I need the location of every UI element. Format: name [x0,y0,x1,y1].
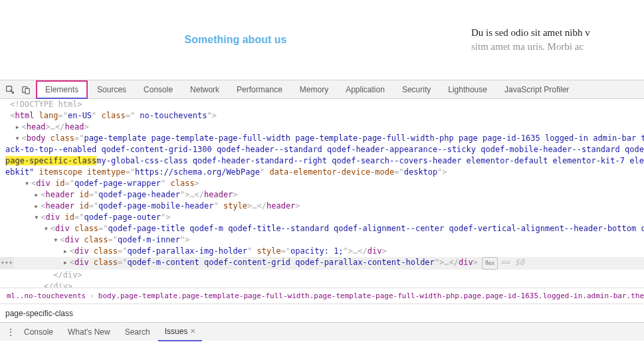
drawer-tab-whatsnew[interactable]: What's New [61,323,117,341]
header1-tag[interactable]: header [46,190,74,199]
itemtype-val: https://schema.org/WebPage [135,167,260,177]
header1-id: qodef-page-header [98,190,180,199]
collapse-arrow-icon[interactable]: ▾ [44,223,51,234]
outer-tag[interactable]: div [46,213,60,222]
search-input[interactable] [5,309,639,318]
itemtype-attr: itemtype [87,167,126,177]
close-div: </div> [53,270,82,280]
tab-sources[interactable]: Sources [89,80,134,99]
header2-tag[interactable]: header [46,201,74,211]
device-mode-attr: data-elementor-device-mode [269,167,394,177]
device-toggle-icon[interactable] [20,84,32,96]
search-bar [0,303,644,322]
html-tag[interactable]: html [15,111,34,120]
chevron-right-icon: › [90,292,94,300]
parallax-class: qodef-parallax-img-holder [127,246,247,256]
wrapper-class-empty: class [170,179,194,188]
itemscope-attr: itemscope [39,167,82,177]
preview-left: Something about us [13,34,458,46]
doctype: <!DOCTYPE html> [10,100,82,109]
expand-arrow-icon[interactable]: ▸ [63,246,70,257]
parallax-tag[interactable]: div [74,246,89,256]
title-div-tag[interactable]: div [55,224,70,233]
header2-style: style [223,201,247,211]
expand-arrow-icon[interactable]: ▸ [63,257,70,268]
drawer-tab-issues[interactable]: Issues✕ [158,323,203,341]
close-div: </div> [44,282,72,288]
content-class: qodef-m-content qodef-content-grid qodef… [127,258,434,267]
collapse-arrow-icon[interactable]: ▾ [53,234,60,246]
tab-lighthouse[interactable]: Lighthouse [440,80,495,99]
close-icon[interactable]: ✕ [190,327,195,335]
selection-hint: == $0 [500,258,524,267]
collapse-arrow-icon[interactable]: ▾ [34,212,41,223]
expand-arrow-icon[interactable]: ▸ [15,122,21,133]
breadcrumb-item[interactable]: body.page-template.page-template-page-fu… [98,292,644,300]
tab-performance[interactable]: Performance [229,80,290,99]
wrapper-id: qodef-page-wrapper [74,179,161,188]
tab-memory[interactable]: Memory [292,80,336,99]
tab-console[interactable]: Console [136,80,181,99]
tab-network[interactable]: Network [182,80,227,99]
breadcrumb: ml..no-touchevents › body.page-template.… [0,288,644,303]
breadcrumb-item[interactable]: ml..no-touchevents [7,292,86,300]
inspect-icon[interactable] [4,84,16,96]
html-lang: en-US [68,111,92,120]
flex-badge[interactable]: flex [482,257,498,270]
drawer: ⋮ Console What's New Search Issues✕ [0,322,644,341]
svg-rect-2 [25,88,29,94]
drawer-tab-label: Issues [165,327,188,336]
wrapper-tag[interactable]: div [36,179,51,188]
ellipsis: … [189,190,194,199]
html-class: no-touchevents [135,111,207,120]
ellipsis: … [444,258,449,267]
preview-line2: sitm amet ma uris. Morbi ac [471,40,631,54]
title-div-class: qodef-page-title qodef-m qodef-title--st… [108,224,644,233]
body-class-after-hl: my-global-css-class qodef-header-standar… [96,156,644,165]
tab-security[interactable]: Security [394,80,439,99]
ellipsis: … [252,201,257,211]
overflow-icon[interactable]: ••• [0,257,14,268]
expand-arrow-icon[interactable]: ▸ [34,201,41,212]
collapse-arrow-icon[interactable]: ▾ [15,133,21,144]
drawer-tab-search[interactable]: Search [118,323,157,341]
inner-tag[interactable]: div [64,235,79,244]
devtools: Elements Sources Console Network Perform… [0,80,644,341]
preview-heading: Something about us [13,34,458,46]
devtools-toolbar: Elements Sources Console Network Perform… [0,80,644,99]
tab-js-profiler[interactable]: JavaScript Profiler [496,80,577,99]
content-tag[interactable]: div [74,258,89,267]
collapse-arrow-icon[interactable]: ▾ [25,178,31,189]
inner-class: qodef-m-inner [118,235,180,244]
drawer-tab-console[interactable]: Console [17,323,60,341]
preview-line1: Du is sed odio sit amet nibh v [471,26,631,40]
elements-panel[interactable]: <!DOCTYPE html> <html lang="en-US" class… [0,99,644,288]
parallax-style: opacity: 1; [290,246,343,256]
page-preview: Something about us Du is sed odio sit am… [0,0,644,80]
outer-id: qodef-page-outer [84,213,161,222]
body-class-wrap1: ack-to-top--enabled qodef-content-grid-1… [5,145,644,154]
body-class-wrap2: ebkit" [5,167,34,177]
tab-elements[interactable]: Elements [36,80,88,99]
preview-paragraph: Du is sed odio sit amet nibh v sitm amet… [458,26,631,54]
body-class-pre: page-template page-template-page-full-wi… [84,133,644,143]
kebab-icon[interactable]: ⋮ [5,327,16,337]
head-ellipsis: … [51,122,55,131]
expand-arrow-icon[interactable]: ▸ [34,189,41,201]
highlighted-class: page-specific-class [5,156,96,165]
body-tag[interactable]: body [27,133,46,143]
header2-id: qodef-page-mobile-header [98,201,213,211]
device-mode-val: desktop [404,167,438,177]
tab-application[interactable]: Application [338,80,393,99]
